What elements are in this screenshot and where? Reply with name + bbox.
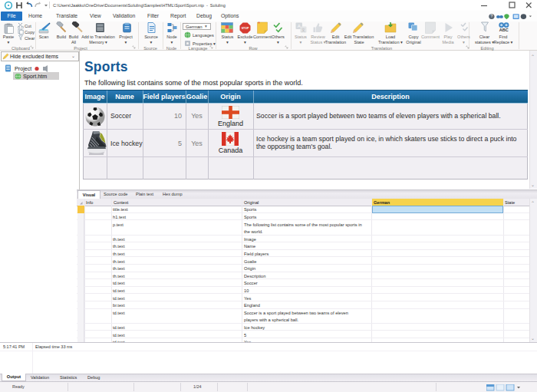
svg-text:?: ? <box>490 15 493 19</box>
svg-text:ABC: ABC <box>499 28 509 32</box>
svg-text:文: 文 <box>301 28 306 32</box>
svg-text:A: A <box>298 24 301 28</box>
svg-text:STOP: STOP <box>242 27 249 30</box>
